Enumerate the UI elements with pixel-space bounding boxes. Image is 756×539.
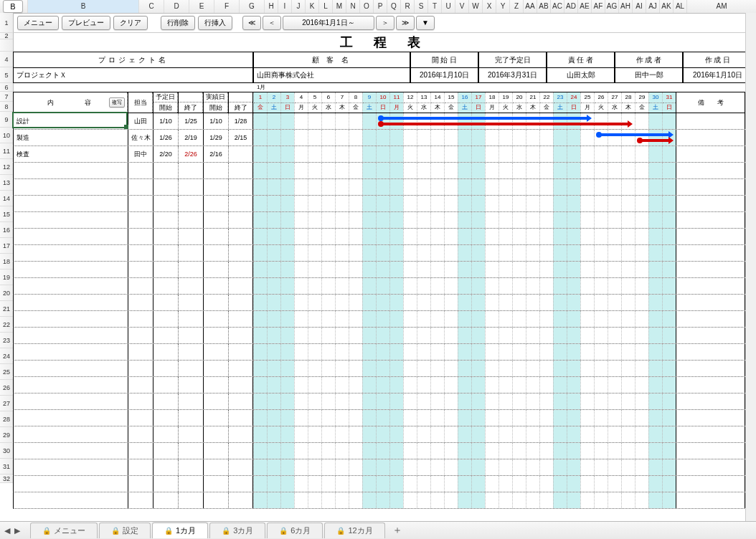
col-header-M[interactable]: M [332,0,346,13]
col-header-AK[interactable]: AK [659,0,673,13]
add-sheet-button[interactable]: ＋ [387,523,408,538]
table-row[interactable] [13,377,756,393]
row-header[interactable]: 1 [0,13,13,33]
sheet-tab[interactable]: 🔒12カ月 [324,523,384,538]
start-date-value[interactable]: 2016年1月10日 [410,68,478,82]
row-header[interactable]: 22 [0,317,13,333]
row-header[interactable]: 4 [0,52,13,67]
sheet-tab[interactable]: 🔒1カ月 [152,523,208,538]
col-header-Y[interactable]: Y [496,0,509,13]
col-header-AB[interactable]: AB [537,0,550,13]
row-header[interactable]: 20 [0,285,13,301]
row-header[interactable]: 12 [0,159,13,175]
table-row[interactable] [13,344,756,361]
table-row[interactable] [13,361,756,377]
table-row[interactable]: 設計山田1/101/251/101/28 [13,113,756,130]
row-header[interactable]: 29 [0,427,13,443]
table-row[interactable] [13,163,756,179]
col-header-AI[interactable]: AI [632,0,646,13]
col-header-D[interactable]: D [164,0,189,13]
table-row[interactable] [13,328,756,344]
table-row[interactable] [13,262,756,278]
table-row[interactable] [13,295,756,311]
plan-bar[interactable] [598,133,671,136]
col-header-AE[interactable]: AE [577,0,591,13]
tab-nav-prev[interactable]: ◀ [4,526,10,535]
name-box[interactable]: B [3,0,23,13]
col-header-E[interactable]: E [189,0,214,13]
author-value[interactable]: 田中一郎 [615,68,683,82]
table-row[interactable] [13,426,756,443]
tab-nav-next[interactable]: ▶ [14,526,20,535]
row-insert-button[interactable]: 行挿入 [198,16,232,30]
row-header[interactable]: 30 [0,443,13,459]
col-header-Q[interactable]: Q [387,0,400,13]
row-header[interactable]: 19 [0,270,13,285]
plan-bar[interactable] [380,117,589,120]
owner-value[interactable]: 山田太郎 [547,68,615,82]
col-header-J[interactable]: J [291,0,305,13]
table-row[interactable] [13,443,756,459]
row-header[interactable]: 16 [0,222,13,238]
col-header-X[interactable]: X [482,0,496,13]
row-header[interactable]: 9 [0,112,13,128]
table-row[interactable] [13,311,756,328]
col-header-V[interactable]: V [455,0,468,13]
row-header[interactable]: 27 [0,396,13,411]
project-name-value[interactable]: プロジェクトＸ [13,68,253,82]
table-row[interactable] [13,212,756,229]
actual-bar[interactable] [380,123,630,125]
row-header[interactable]: 8 [0,102,13,112]
table-row[interactable] [13,278,756,295]
col-header-G[interactable]: G [239,0,264,13]
col-header-K[interactable]: K [305,0,318,13]
table-row[interactable] [13,476,756,492]
clear-button[interactable]: クリア [113,16,148,30]
row-header[interactable]: 18 [0,254,13,270]
row-header[interactable]: 31 [0,459,13,474]
row-header[interactable]: 26 [0,380,13,396]
col-header-AJ[interactable]: AJ [646,0,659,13]
row-header[interactable]: 28 [0,411,13,427]
row-header[interactable]: 10 [0,128,13,143]
nav-first-button[interactable]: ≪ [242,16,261,30]
col-header-AL[interactable]: AL [673,0,686,13]
vertical-scrollbar[interactable] [745,13,756,522]
table-row[interactable]: 検査田中2/202/262/16 [13,146,756,163]
menu-button[interactable]: メニュー [17,16,59,30]
row-header[interactable]: 2 [0,33,13,39]
col-header-AF[interactable]: AF [591,0,605,13]
row-header[interactable]: 21 [0,301,13,317]
row-header[interactable]: 15 [0,206,13,222]
row-header[interactable]: 13 [0,175,13,191]
col-header-R[interactable]: R [400,0,414,13]
col-header-F[interactable]: F [214,0,239,13]
row-delete-button[interactable]: 行削除 [161,16,195,30]
col-header-AD[interactable]: AD [564,0,577,13]
col-header-AM[interactable]: AM [686,0,756,13]
col-header-Z[interactable]: Z [509,0,523,13]
row-header[interactable]: 11 [0,143,13,159]
table-row[interactable] [13,229,756,245]
nav-prev-button[interactable]: ＜ [263,16,281,30]
table-row[interactable] [13,410,756,426]
row-header[interactable]: 24 [0,348,13,364]
row-header[interactable]: 7 [0,92,13,102]
col-header-W[interactable]: W [468,0,482,13]
col-header-L[interactable]: L [318,0,332,13]
row-header[interactable]: 5 [0,67,13,83]
row-header[interactable]: 6 [0,83,13,92]
table-row[interactable] [13,179,756,196]
col-header-U[interactable]: U [441,0,455,13]
table-row[interactable] [13,393,756,410]
col-header-I[interactable]: I [278,0,291,13]
created-value[interactable]: 2016年1月10日 [683,68,752,82]
table-row[interactable] [13,492,756,509]
row-header[interactable]: 23 [0,333,13,348]
nav-menu-button[interactable]: ▼ [416,16,435,30]
col-header-AC[interactable]: AC [550,0,564,13]
col-header-O[interactable]: O [359,0,373,13]
table-row[interactable]: 製造佐々木1/262/191/292/15 [13,130,756,146]
sheet-tab[interactable]: 🔒メニュー [30,523,98,538]
table-row[interactable] [13,245,756,262]
